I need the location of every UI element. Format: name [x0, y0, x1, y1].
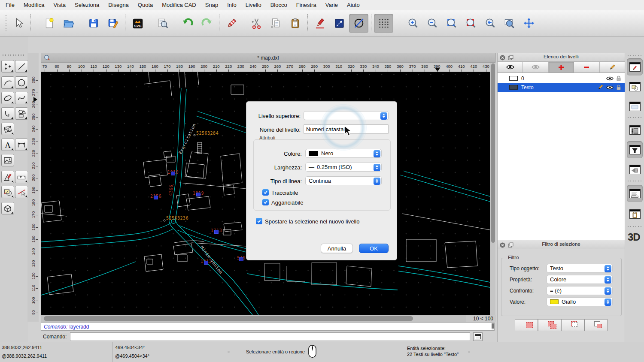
menu-item-blocco[interactable]: Blocco	[270, 2, 287, 8]
print-preview-button[interactable]	[153, 14, 172, 33]
command-options-button[interactable]	[473, 332, 483, 341]
panel-selection-filter-button[interactable]	[627, 141, 643, 158]
paste-button[interactable]	[286, 14, 305, 33]
menu-item-finestra[interactable]: Finestra	[296, 2, 316, 8]
grid-toggle-button[interactable]	[374, 14, 393, 33]
show-all-layers-button[interactable]	[498, 62, 523, 72]
menu-item-snap[interactable]: Snap	[205, 2, 218, 8]
linetype-select[interactable]: Continua	[305, 176, 382, 185]
h-scrollbar[interactable]: 10 < 100	[41, 315, 496, 322]
open-file-button[interactable]	[59, 14, 78, 33]
zoom-window-button[interactable]	[500, 14, 519, 33]
lineweight-select[interactable]: — 0.25mm (ISO)	[305, 163, 382, 172]
menu-item-seleziona[interactable]: Seleziona	[75, 2, 99, 8]
palette-grip[interactable]	[3, 54, 25, 56]
tool-arc[interactable]	[1, 76, 14, 89]
tool-shape[interactable]	[15, 107, 28, 120]
save-button[interactable]	[84, 14, 103, 33]
tool-image[interactable]	[1, 154, 14, 166]
zoom-selection-button[interactable]	[461, 14, 480, 33]
tool-trim[interactable]	[15, 186, 28, 198]
selection-subtract-button[interactable]	[584, 319, 608, 331]
zoom-in-button[interactable]	[403, 14, 422, 33]
tool-hatch[interactable]	[1, 123, 14, 135]
panel-property-editor-button[interactable]	[627, 121, 643, 139]
history-scrollbar[interactable]	[492, 323, 494, 330]
panel-command-line-button[interactable]	[627, 185, 643, 202]
tool-ellipse[interactable]	[1, 92, 14, 104]
plottable-checkbox[interactable]	[262, 189, 269, 196]
map-text-label[interactable]: 52563284	[196, 131, 219, 136]
layer-row-0[interactable]: 0	[498, 74, 625, 83]
hide-all-layers-button[interactable]	[523, 62, 548, 72]
tool-circle[interactable]	[15, 76, 28, 89]
pencil-icon[interactable]	[597, 84, 604, 90]
panel-view-list-button[interactable]	[627, 98, 643, 115]
menu-item-file[interactable]: File	[6, 2, 15, 8]
parent-layer-select[interactable]	[304, 111, 389, 120]
menu-item-disegna[interactable]: Disegna	[108, 2, 129, 8]
tool-line[interactable]	[15, 60, 28, 72]
restrict-nothing-button[interactable]	[349, 14, 368, 33]
edit-layer-button[interactable]	[600, 62, 625, 72]
document-titlebar[interactable]: * map.dxf	[41, 53, 495, 63]
bar-grip[interactable]	[628, 55, 642, 56]
panel-clipboard-button[interactable]	[627, 205, 643, 223]
h-scrollbar-track[interactable]	[41, 315, 466, 322]
v-scrollbar-thumb[interactable]	[491, 63, 495, 243]
menu-item-aiuto[interactable]: Aiuto	[347, 2, 360, 8]
tool-construction[interactable]	[1, 171, 14, 183]
history-scrollbar-thumb[interactable]	[492, 323, 494, 329]
tool-spline[interactable]	[15, 92, 28, 104]
menu-item-livello[interactable]: Livello	[246, 2, 261, 8]
eye-icon[interactable]	[606, 85, 614, 90]
layer-row-testo[interactable]: Testo	[498, 83, 625, 92]
panel-layer-list-button[interactable]	[627, 58, 643, 75]
save-as-button[interactable]	[103, 14, 122, 33]
copy-button[interactable]	[266, 14, 286, 33]
edit-pencil-button[interactable]	[222, 14, 241, 33]
move-selection-checkbox[interactable]	[256, 218, 262, 224]
comparison-select[interactable]: = (è)	[547, 286, 613, 295]
zoom-out-button[interactable]	[422, 14, 442, 33]
menu-item-vista[interactable]: Vista	[53, 2, 66, 8]
snappable-checkbox[interactable]	[262, 199, 269, 205]
color-select[interactable]: Nero	[305, 149, 382, 158]
redo-button[interactable]	[197, 14, 216, 33]
svg-export-button[interactable]: SVG	[128, 14, 147, 33]
toolbar-grip[interactable]	[5, 15, 7, 31]
map-text-label[interactable]: Exercitation	[178, 123, 197, 155]
menu-item-varie[interactable]: Varie	[325, 2, 338, 8]
cancel-button[interactable]: Annulla	[321, 244, 353, 253]
panel-perspective-button[interactable]	[627, 161, 643, 178]
menu-item-quota[interactable]: Quota	[138, 2, 153, 8]
eye-icon[interactable]	[606, 76, 614, 81]
h-scrollbar-thumb[interactable]	[44, 316, 413, 321]
v-scrollbar[interactable]	[490, 63, 495, 315]
tool-point[interactable]	[1, 60, 14, 72]
zoom-auto-button[interactable]	[442, 14, 461, 33]
lock-icon[interactable]	[616, 84, 621, 90]
property-select[interactable]: Colore	[547, 275, 613, 284]
command-history[interactable]: Comando: layeradd	[41, 323, 495, 331]
object-type-select[interactable]: Testo	[547, 264, 613, 273]
menu-item-info[interactable]: Info	[227, 2, 237, 8]
lock-icon[interactable]	[616, 75, 621, 81]
label-3d[interactable]: 3D	[628, 231, 640, 243]
selection-replace-button[interactable]	[515, 319, 538, 331]
remove-layer-button[interactable]	[574, 62, 599, 72]
tool-3d-box[interactable]	[1, 202, 14, 214]
pointer-tool-button[interactable]	[9, 14, 28, 33]
tool-measure[interactable]	[15, 171, 28, 183]
panel-block-list-button[interactable]	[627, 78, 643, 95]
zoom-previous-button[interactable]	[480, 14, 500, 33]
tool-dimension[interactable]	[15, 139, 28, 151]
selection-box-button[interactable]	[330, 14, 349, 33]
tool-text[interactable]: A	[1, 139, 14, 151]
map-text-label[interactable]: 52563236	[166, 216, 188, 220]
command-input[interactable]	[70, 332, 470, 341]
cut-button[interactable]	[247, 14, 266, 33]
new-file-button[interactable]	[39, 14, 59, 33]
ok-button[interactable]: OK	[359, 244, 389, 253]
undo-button[interactable]	[178, 14, 197, 33]
